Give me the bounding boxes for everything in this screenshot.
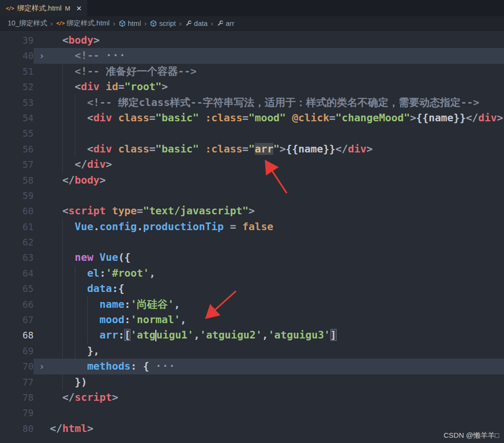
line-number[interactable]: 64	[0, 266, 34, 281]
code-line[interactable]: 78 </script>	[0, 390, 504, 405]
code-line[interactable]: 70› methods: { ···	[0, 359, 504, 374]
code-line[interactable]: 64 el:'#root',	[0, 266, 504, 281]
code-line[interactable]: 77 })	[0, 374, 504, 390]
indent-guide	[62, 312, 63, 327]
code-line[interactable]: 52 <div id="root">	[0, 79, 504, 94]
indent-guide	[87, 297, 88, 312]
code-line[interactable]: 60 <script type="text/javascript">	[0, 203, 504, 219]
line-number[interactable]: 56	[0, 141, 34, 157]
line-number[interactable]: 70	[0, 359, 34, 374]
indent-guide	[62, 219, 63, 234]
code-line[interactable]: 66 name:'尚硅谷',	[0, 297, 504, 312]
symbol-property-wrench-icon	[217, 20, 223, 27]
code-line[interactable]: 63 new Vue({	[0, 250, 504, 265]
indent-guide	[75, 359, 75, 374]
code-line[interactable]: 53 <!-- 绑定class样式--字符串写法，适用于：样式的类名不确定，需要…	[0, 95, 504, 110]
line-number[interactable]: 57	[0, 157, 34, 172]
line-number[interactable]: 65	[0, 281, 34, 296]
editor-tab[interactable]: </> 绑定样式.html M ×	[0, 0, 87, 16]
fold-gutter	[34, 234, 50, 250]
code-line[interactable]: 68 arr:['atguigu1','atguigu2','atguigu3'…	[0, 327, 504, 343]
html-file-icon: </>	[56, 20, 64, 26]
line-number[interactable]: 77	[0, 374, 34, 390]
line-number[interactable]: 69	[0, 343, 34, 359]
code-line[interactable]: 79	[0, 405, 504, 420]
code-line[interactable]: 39 <body>	[0, 33, 504, 48]
line-number[interactable]: 79	[0, 405, 34, 420]
fold-gutter	[34, 374, 50, 390]
line-number[interactable]: 63	[0, 250, 34, 265]
indent-guide	[62, 64, 63, 79]
breadcrumb-item-data[interactable]: data	[185, 20, 208, 27]
fold-gutter	[34, 219, 50, 234]
code-text: <!-- ···	[50, 48, 504, 63]
code-line[interactable]: 61 Vue.config.productionTip = false	[0, 219, 504, 234]
fold-gutter	[34, 64, 50, 79]
code-text: el:'#root',	[50, 266, 504, 281]
code-line[interactable]: 54 <div class="basic" :class="mood" @cli…	[0, 110, 504, 126]
breadcrumb-separator: ›	[179, 19, 182, 27]
fold-expand-icon[interactable]: ›	[34, 48, 50, 63]
breadcrumb-separator: ›	[50, 19, 53, 27]
breadcrumb-label: arr	[226, 20, 234, 27]
line-number[interactable]: 62	[0, 234, 34, 250]
code-line[interactable]: 62	[0, 234, 504, 250]
code-line[interactable]: 40› <!-- ···	[0, 48, 504, 63]
fold-gutter	[34, 203, 50, 219]
indent-guide	[87, 312, 88, 327]
indent-guide	[62, 374, 63, 390]
breadcrumb-separator: ›	[113, 19, 116, 27]
line-number[interactable]: 61	[0, 219, 34, 234]
fold-gutter	[34, 95, 50, 110]
line-number[interactable]: 68	[0, 327, 34, 343]
close-tab-icon[interactable]: ×	[76, 4, 82, 12]
code-text: </script>	[50, 390, 504, 405]
breadcrumb-item-folder[interactable]: 10_绑定样式	[8, 19, 47, 28]
line-number[interactable]: 78	[0, 390, 34, 405]
fold-expand-icon[interactable]: ›	[34, 359, 50, 374]
breadcrumb-label: 绑定样式.html	[67, 19, 109, 28]
line-number[interactable]: 66	[0, 297, 34, 312]
line-number[interactable]: 60	[0, 203, 34, 219]
code-line[interactable]: 67 mood:'normal',	[0, 312, 504, 327]
code-line[interactable]: 56 <div class="basic" :class="arr">{{nam…	[0, 141, 504, 157]
line-number[interactable]: 80	[0, 421, 34, 436]
breadcrumb-label: html	[128, 20, 141, 27]
fold-gutter	[34, 327, 50, 343]
line-number[interactable]: 59	[0, 188, 34, 203]
indent-guide	[75, 327, 75, 343]
indent-guide	[62, 281, 63, 296]
fold-gutter	[34, 421, 50, 436]
indent-guide	[75, 110, 75, 126]
line-number[interactable]: 51	[0, 64, 34, 79]
indent-guide	[75, 281, 75, 296]
code-text: data:{	[50, 281, 504, 296]
line-number[interactable]: 55	[0, 126, 34, 141]
fold-gutter	[34, 266, 50, 281]
code-text: <!-- 绑定class样式--字符串写法，适用于：样式的类名不确定，需要动态指…	[50, 95, 504, 110]
indent-guide	[62, 110, 63, 126]
breadcrumb-item-html[interactable]: html	[119, 20, 141, 27]
line-number[interactable]: 40	[0, 48, 34, 63]
line-number[interactable]: 52	[0, 79, 34, 94]
breadcrumb-item-file[interactable]: </> 绑定样式.html	[56, 19, 109, 28]
code-line[interactable]: 65 data:{	[0, 281, 504, 296]
breadcrumb-item-arr[interactable]: arr	[217, 20, 234, 27]
code-line[interactable]: 58 </body>	[0, 173, 504, 188]
code-line[interactable]: 51 <!-- 准备好一个容器-->	[0, 64, 504, 79]
breadcrumb-item-script[interactable]: script	[150, 20, 176, 27]
code-line[interactable]: 55	[0, 126, 504, 141]
code-editor[interactable]: 39 <body>40› <!-- ···51 <!-- 准备好一个容器-->5…	[0, 31, 504, 443]
line-number[interactable]: 67	[0, 312, 34, 327]
code-line[interactable]: 59	[0, 188, 504, 203]
code-line[interactable]: 80</html>	[0, 421, 504, 436]
fold-gutter	[34, 173, 50, 188]
code-line[interactable]: 69 },	[0, 343, 504, 359]
line-number[interactable]: 53	[0, 95, 34, 110]
code-line[interactable]: 57 </div>	[0, 157, 504, 172]
breadcrumb-label: script	[159, 20, 176, 27]
line-number[interactable]: 39	[0, 33, 34, 48]
line-number[interactable]: 58	[0, 173, 34, 188]
indent-guide	[62, 95, 63, 110]
line-number[interactable]: 54	[0, 110, 34, 126]
